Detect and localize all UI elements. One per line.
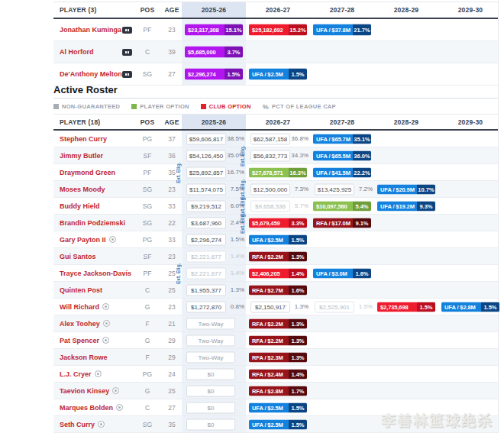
row-jimmy-butler: Jimmy ButlerSF36$54,126,45035.0%$56,832,… bbox=[53, 147, 498, 164]
player-note-icon[interactable] bbox=[102, 337, 109, 344]
cap-pct: 5.7% bbox=[290, 198, 309, 214]
age-cell: 23 bbox=[157, 248, 187, 264]
ufa-pill: UFA / $2.5M1.5% bbox=[249, 69, 307, 80]
salary-box: Two-Way bbox=[186, 351, 235, 363]
salary-option-pill: $27,678,57116.3% bbox=[249, 167, 307, 177]
player-name-link[interactable]: Buddy Hield bbox=[60, 202, 100, 210]
age-cell: 25 bbox=[157, 383, 187, 399]
ufa-pill: UFA / $41.5M22.2% bbox=[313, 167, 371, 177]
salary-value: RFA / $2.2M bbox=[249, 318, 289, 328]
cap-pct: 9.1% bbox=[353, 218, 371, 228]
player-name-link[interactable]: Pat Spencer bbox=[60, 337, 99, 344]
rfa-pill: RFA / $2.8M1.7% bbox=[249, 386, 307, 396]
row-stephen-curry: Stephen CurryPG37$59,606,81738.5%$62,587… bbox=[53, 131, 498, 147]
row-al-horford: Al HorfordC39$5,685,0003.7% bbox=[53, 41, 498, 63]
player-name-link[interactable]: Jonathan Kuminga bbox=[60, 26, 121, 34]
age-cell: 23 bbox=[157, 181, 187, 197]
salary-value: $5,679,459 bbox=[249, 218, 289, 228]
cap-pct: 21.7% bbox=[353, 24, 371, 36]
cap-pct: 1.4% bbox=[289, 369, 307, 379]
salary-box: $9,219,512 bbox=[186, 200, 226, 212]
row-trayce-jackson-davis: Trayce Jackson-DavisPF25$2,221,6771.4%Ex… bbox=[53, 265, 498, 282]
player-name-link[interactable]: Will Richard bbox=[60, 303, 99, 311]
player-name-link[interactable]: Quinten Post bbox=[60, 286, 102, 294]
player-note-icon[interactable] bbox=[116, 404, 123, 411]
cap-pct: 1.4% bbox=[226, 265, 244, 281]
player-name-link[interactable]: Al Horford bbox=[60, 48, 94, 56]
note-dot bbox=[118, 406, 121, 409]
rfa-pill: RFA / $17.0M9.1% bbox=[313, 218, 371, 228]
ext-elig-tag: Ext. Elig. bbox=[239, 211, 246, 235]
player-name-link[interactable]: Brandin Podziemski bbox=[60, 219, 125, 227]
cap-pct: 1.3% bbox=[290, 299, 309, 315]
col-header-player: PLAYER (18) bbox=[60, 115, 100, 129]
ext-elig-tag: Ext. Elig. bbox=[175, 160, 182, 185]
legend-label: PCT OF LEAGUE CAP bbox=[272, 103, 336, 110]
salary-value: UFA / $2.5M bbox=[249, 402, 289, 412]
salary-cap-page: PLAYER (3)POSAGE2025-262026-272027-28202… bbox=[53, 0, 499, 433]
player-note-icon[interactable] bbox=[109, 236, 116, 243]
salary-box: $13,425,925 bbox=[315, 183, 354, 195]
player-name-link[interactable]: Taevion Kinsey bbox=[60, 387, 109, 395]
row-alex-toohey: Alex TooheyF21Two-WayRFA / $2.2M1.3% bbox=[53, 315, 498, 332]
cap-pct: 1.5% bbox=[354, 299, 373, 315]
cap-pct: 1.3% bbox=[289, 352, 307, 362]
salary-value: UFA / $2.5M bbox=[249, 234, 289, 244]
player-name-link[interactable]: Jimmy Butler bbox=[60, 152, 103, 160]
cap-pct: 7.3% bbox=[290, 181, 309, 197]
legend-swatch bbox=[53, 104, 59, 109]
player-name-link[interactable]: Draymond Green bbox=[60, 169, 115, 176]
player-name-link[interactable]: Gui Santos bbox=[60, 253, 96, 260]
player-name-link[interactable]: Gary Payton II bbox=[60, 236, 106, 244]
legend-item-non-guaranteed: NON-GUARANTEED bbox=[53, 103, 120, 110]
player-note-icon[interactable] bbox=[95, 370, 102, 377]
player-cell: Alex Toohey bbox=[60, 315, 110, 331]
cap-pct: 3.3% bbox=[289, 218, 307, 228]
salary-value: $25,182,692 bbox=[249, 24, 289, 36]
rfa-pill: RFA / $2.2M1.3% bbox=[249, 335, 307, 345]
cap-pct: 1.3% bbox=[226, 282, 244, 298]
player-name-link[interactable]: De'Anthony Melton bbox=[60, 70, 122, 78]
player-note-icon[interactable] bbox=[102, 303, 109, 310]
player-name-link[interactable]: Stephen Curry bbox=[60, 135, 107, 143]
player-note-icon[interactable] bbox=[103, 320, 110, 327]
player-cell: Buddy Hield bbox=[60, 198, 100, 214]
player-name-link[interactable]: Marques Bolden bbox=[60, 404, 113, 412]
ext-elig-tag: Ext. Elig. bbox=[239, 144, 246, 168]
player-name-link[interactable]: Seth Curry bbox=[60, 421, 95, 428]
salary-option-pill: $23,317,30815.1% bbox=[185, 24, 243, 36]
rfa-pill: RFA / $2.3M1.3% bbox=[249, 352, 307, 362]
cap-pct: 1.6% bbox=[289, 285, 307, 295]
ufa-pill: UFA / $3.0M1.6% bbox=[313, 268, 371, 278]
cap-pct: 16.3% bbox=[289, 167, 307, 177]
player-name-link[interactable]: Trayce Jackson-Davis bbox=[60, 270, 131, 277]
row-gui-santos: Gui SantosSF23$2,221,6771.4%RFA / $2.2M1… bbox=[53, 248, 498, 265]
legend-item-pct-of-league-cap: %PCT OF LEAGUE CAP bbox=[263, 103, 336, 111]
player-note-icon[interactable] bbox=[98, 421, 105, 428]
salary-box: $2,525,901 bbox=[315, 301, 354, 312]
player-note-icon[interactable] bbox=[112, 387, 119, 394]
salary-box: $2,221,677 bbox=[186, 250, 226, 262]
cap-pct: 3.7% bbox=[225, 47, 243, 58]
player-name-link[interactable]: Moses Moody bbox=[60, 186, 105, 193]
age-cell: 39 bbox=[157, 41, 187, 63]
salary-value: $2,735,698 bbox=[377, 302, 417, 312]
cap-pct: 1.3% bbox=[289, 318, 307, 328]
salary-value: $23,317,308 bbox=[185, 24, 225, 36]
salary-box: $56,832,773 bbox=[250, 150, 290, 161]
col-header-season-2026-27: 2026-27 bbox=[246, 115, 310, 129]
age-cell: 23 bbox=[157, 19, 187, 40]
salary-value: UFA / $19.2M bbox=[377, 201, 417, 211]
ufa-pill: UFA / $65.5M36.0% bbox=[313, 150, 371, 160]
salary-option-pill: $2,735,6981.5% bbox=[377, 302, 435, 312]
ufa-pill: UFA / $2.8M1.5% bbox=[441, 302, 499, 312]
salary-box: $2,296,274 bbox=[186, 234, 226, 245]
badge-mark bbox=[125, 29, 127, 31]
player-name-link[interactable]: Jackson Rowe bbox=[60, 354, 108, 361]
cap-pct: 1.5% bbox=[417, 302, 435, 312]
player-name-link[interactable]: L.J. Cryer bbox=[60, 370, 92, 378]
age-cell: 23 bbox=[157, 299, 187, 315]
salary-box: $9,658,536 bbox=[250, 200, 290, 212]
salary-value: RFA / $2.2M bbox=[249, 251, 289, 261]
player-name-link[interactable]: Alex Toohey bbox=[60, 320, 100, 328]
